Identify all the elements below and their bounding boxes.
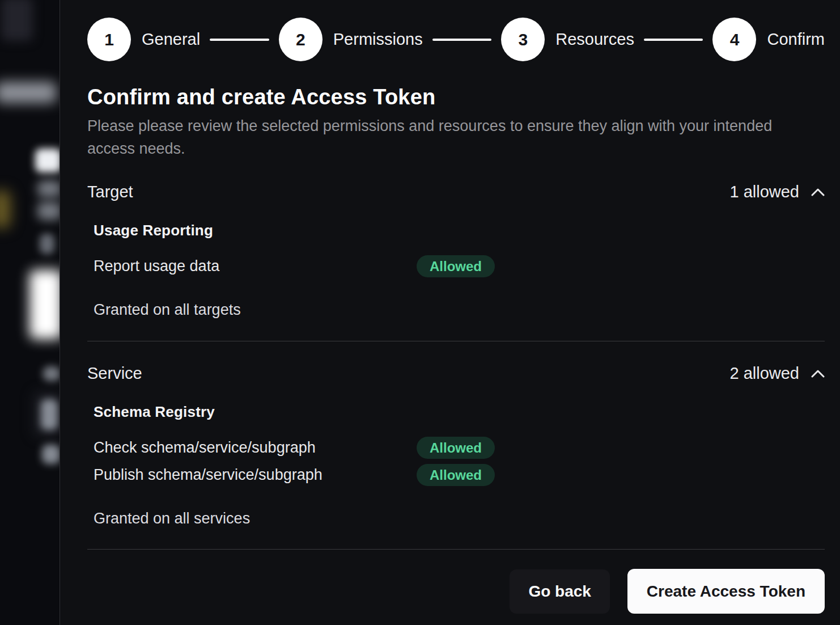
status-badge: Allowed [417, 464, 495, 486]
group-title: Schema Registry [94, 403, 825, 421]
chevron-up-icon[interactable] [811, 369, 825, 378]
step-number-badge: 3 [501, 18, 545, 61]
blurred-white-card [29, 270, 60, 339]
allowed-count: 2 allowed [729, 364, 799, 383]
blurred-icon [40, 234, 54, 254]
permission-row: Publish schema/service/subgraph Allowed [94, 464, 825, 486]
blurred-page-heading [35, 149, 60, 172]
step-number-badge: 2 [279, 18, 323, 61]
permission-label: Check schema/service/subgraph [94, 439, 417, 457]
section-collapse-toggle[interactable]: 1 allowed [729, 183, 825, 201]
group-title: Usage Reporting [94, 222, 825, 239]
step-label: Permissions [333, 30, 423, 49]
step-label: Resources [555, 30, 634, 49]
permission-label: Publish schema/service/subgraph [94, 466, 417, 484]
permission-row: Check schema/service/subgraph Allowed [94, 437, 825, 459]
section-header-service: Service 2 allowed [87, 364, 825, 383]
page-description: Please please review the selected permis… [87, 115, 786, 160]
blurred-accent-blob [0, 191, 10, 228]
step-resources[interactable]: 3 Resources [501, 18, 634, 61]
step-label: General [142, 30, 200, 49]
chevron-up-icon[interactable] [811, 188, 825, 197]
modal-footer: Go back Create Access Token [87, 569, 825, 614]
blurred-text-line [42, 445, 60, 464]
go-back-button[interactable]: Go back [510, 569, 609, 614]
permission-group-schema-registry: Schema Registry Check schema/service/sub… [94, 403, 825, 486]
status-badge: Allowed [417, 437, 495, 459]
permission-label: Report usage data [94, 257, 417, 275]
page-title: Confirm and create Access Token [87, 85, 825, 109]
allowed-count: 1 allowed [729, 183, 799, 201]
step-permissions[interactable]: 2 Permissions [279, 18, 423, 61]
granted-note: Granted on all targets [94, 301, 825, 319]
step-connector [432, 39, 492, 41]
permission-row: Report usage data Allowed [94, 255, 825, 277]
background-page [0, 0, 60, 625]
section-title: Service [87, 364, 142, 383]
blurred-logo [1, 0, 33, 41]
section-collapse-toggle[interactable]: 2 allowed [729, 364, 825, 383]
blurred-text-line [41, 399, 58, 430]
footer-divider [87, 549, 825, 550]
section-header-target: Target 1 allowed [87, 183, 825, 201]
step-label: Confirm [767, 30, 825, 49]
wizard-stepper: 1 General 2 Permissions 3 Resources 4 Co… [87, 18, 825, 61]
step-number-badge: 1 [87, 18, 131, 61]
granted-note: Granted on all services [94, 510, 825, 527]
step-general[interactable]: 1 General [87, 18, 200, 61]
create-access-token-button[interactable]: Create Access Token [627, 569, 825, 614]
step-number-badge: 4 [712, 18, 756, 61]
create-access-token-modal: 1 General 2 Permissions 3 Resources 4 Co… [60, 0, 840, 625]
section-divider [87, 341, 825, 341]
status-badge: Allowed [417, 255, 495, 277]
step-connector [210, 39, 269, 41]
section-title: Target [87, 183, 133, 201]
permission-group-usage-reporting: Usage Reporting Report usage data Allowe… [94, 222, 825, 277]
step-confirm[interactable]: 4 Confirm [712, 18, 825, 61]
blurred-text-line [37, 180, 60, 197]
blurred-nav-item [0, 82, 57, 103]
blurred-text-line [37, 202, 60, 220]
step-connector [644, 39, 703, 41]
blurred-text-line [43, 366, 60, 381]
